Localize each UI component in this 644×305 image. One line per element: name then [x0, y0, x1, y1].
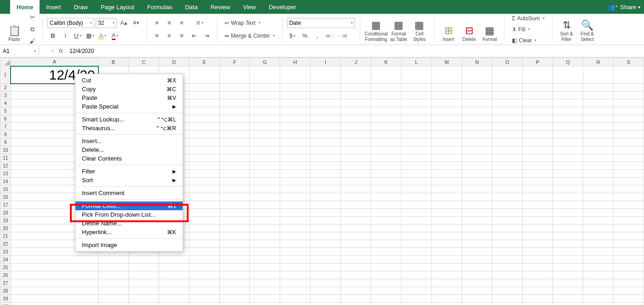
cell[interactable] [553, 201, 583, 209]
cell[interactable] [401, 154, 431, 162]
cell[interactable] [128, 295, 159, 303]
cell[interactable] [462, 146, 492, 154]
cell[interactable] [553, 264, 583, 271]
cell[interactable] [280, 217, 310, 224]
cell[interactable] [371, 303, 401, 305]
cell[interactable] [431, 264, 462, 271]
cell[interactable] [280, 201, 310, 209]
cell[interactable] [341, 99, 371, 107]
cell[interactable] [401, 264, 431, 271]
cell[interactable] [219, 123, 250, 131]
cell[interactable] [492, 287, 523, 295]
cell[interactable] [310, 146, 341, 154]
cell[interactable] [523, 271, 553, 279]
cell[interactable] [401, 240, 431, 248]
font-name-combo[interactable]: Calibri (Body)▾ [47, 18, 94, 28]
column-header[interactable]: I [310, 58, 341, 66]
cell[interactable] [189, 248, 219, 256]
cell[interactable] [492, 138, 523, 146]
column-header[interactable]: A [11, 58, 98, 66]
cell[interactable] [371, 240, 401, 248]
cell[interactable] [431, 138, 462, 146]
cell[interactable] [492, 185, 523, 193]
cell[interactable] [341, 271, 371, 279]
cell[interactable] [401, 146, 431, 154]
row-header[interactable]: 11 [0, 154, 11, 162]
cell[interactable] [310, 232, 341, 240]
cell[interactable] [523, 66, 553, 84]
wrap-text-button[interactable]: ↩Wrap Text▾ [222, 18, 277, 28]
cell[interactable] [613, 271, 644, 279]
cell[interactable] [523, 256, 553, 264]
cell[interactable] [341, 178, 371, 185]
cell[interactable] [553, 154, 583, 162]
cell[interactable] [310, 123, 341, 131]
cell[interactable] [401, 287, 431, 295]
cell[interactable] [310, 154, 341, 162]
row-header[interactable]: 23 [0, 248, 11, 256]
row-header[interactable]: 10 [0, 146, 11, 154]
cell[interactable] [189, 193, 219, 201]
cell[interactable] [310, 248, 341, 256]
cell[interactable] [250, 99, 280, 107]
cell[interactable] [583, 303, 614, 305]
cell[interactable] [189, 287, 219, 295]
cell[interactable] [401, 107, 431, 115]
cell[interactable] [401, 224, 431, 232]
cell[interactable] [250, 271, 280, 279]
tab-page-layout[interactable]: Page Layout [94, 0, 141, 14]
cell[interactable] [523, 107, 553, 115]
cell[interactable] [553, 185, 583, 193]
paste-button[interactable]: 📋 Paste [5, 16, 24, 43]
column-header[interactable]: E [189, 58, 219, 66]
cell[interactable] [431, 295, 462, 303]
cell[interactable] [401, 66, 431, 84]
cell[interactable] [553, 146, 583, 154]
tab-view[interactable]: View [236, 0, 262, 14]
cell[interactable] [250, 115, 280, 123]
underline-button[interactable]: U▾ [72, 31, 83, 41]
cell[interactable] [159, 287, 189, 295]
cell[interactable] [523, 193, 553, 201]
cell[interactable] [219, 170, 250, 178]
cell[interactable] [371, 178, 401, 185]
cell[interactable] [371, 84, 401, 92]
indent-decrease-button[interactable]: ⇤ [189, 31, 200, 41]
cell[interactable] [250, 84, 280, 92]
cell[interactable] [310, 178, 341, 185]
row-header[interactable]: 6 [0, 115, 11, 123]
cell[interactable] [219, 256, 250, 264]
cell[interactable] [280, 123, 310, 131]
cell[interactable] [250, 224, 280, 232]
cell[interactable] [462, 303, 492, 305]
cell[interactable] [219, 287, 250, 295]
cell[interactable] [583, 84, 614, 92]
cell[interactable] [310, 131, 341, 138]
cell[interactable] [11, 271, 98, 279]
cell[interactable] [613, 138, 644, 146]
ctx-format-cells[interactable]: Format Cells...⌘1 [75, 201, 183, 210]
cell[interactable] [553, 138, 583, 146]
cell[interactable] [492, 279, 523, 287]
cell[interactable] [341, 84, 371, 92]
cell[interactable] [280, 264, 310, 271]
cell[interactable] [583, 295, 614, 303]
cell[interactable] [189, 209, 219, 217]
cell[interactable] [492, 240, 523, 248]
tab-formulas[interactable]: Formulas [141, 0, 178, 14]
cell[interactable] [371, 154, 401, 162]
row-header[interactable]: 26 [0, 271, 11, 279]
cell[interactable] [159, 303, 189, 305]
cell[interactable] [250, 185, 280, 193]
row-header[interactable]: 19 [0, 217, 11, 224]
cell[interactable] [280, 295, 310, 303]
cell[interactable] [371, 264, 401, 271]
cell[interactable] [159, 264, 189, 271]
cell[interactable] [341, 146, 371, 154]
cell[interactable] [583, 107, 614, 115]
cell[interactable] [250, 232, 280, 240]
cell[interactable] [219, 154, 250, 162]
cell[interactable] [613, 232, 644, 240]
cell[interactable] [250, 154, 280, 162]
cell[interactable] [280, 248, 310, 256]
